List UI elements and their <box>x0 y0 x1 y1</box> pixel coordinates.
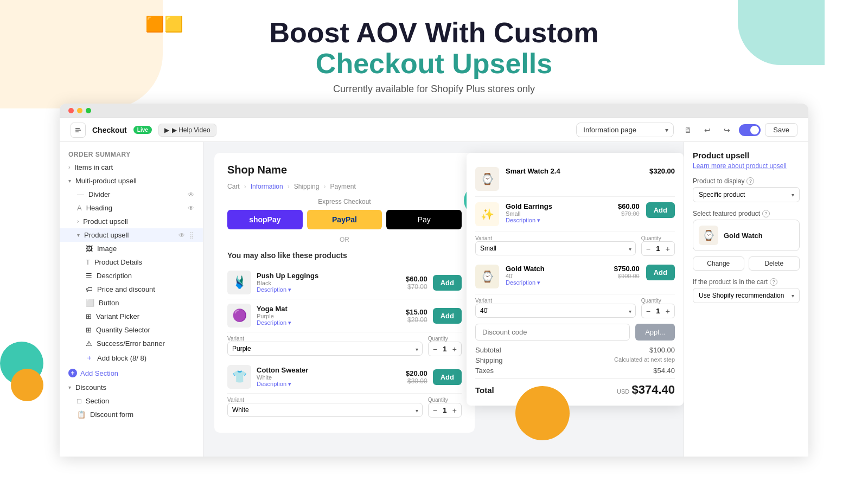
qty-increase-button[interactable]: + <box>666 245 670 253</box>
config-product-to-display-select[interactable]: Specific product Dynamic recommendation <box>693 187 800 202</box>
toolbar-back-button[interactable] <box>71 123 86 138</box>
sidebar-add-section[interactable]: + Add Section <box>60 365 203 381</box>
add-to-cart-button[interactable]: Add <box>433 275 462 291</box>
sidebar-item-heading[interactable]: A Heading 👁 <box>60 201 203 215</box>
config-if-in-cart-select[interactable]: Use Shopify recommendation Hide upsell <box>693 288 800 303</box>
price-icon: 🏷 <box>86 285 93 293</box>
summary-line-subtotal: Subtotal $100.00 <box>475 346 675 354</box>
variant-label: Variant <box>475 298 636 304</box>
sidebar-item-product-details[interactable]: T Product Details <box>60 255 203 269</box>
drag-icon[interactable]: ⣿ <box>189 232 194 239</box>
variant-select[interactable]: Purple Blue Black <box>227 342 423 356</box>
alert-icon: ⚠ <box>86 339 92 348</box>
sidebar-item-variant-picker[interactable]: ⊞ Variant Picker <box>60 310 203 323</box>
sidebar-item-divider[interactable]: — Divider 👁 <box>60 188 203 201</box>
browser-dot-green[interactable] <box>86 108 91 113</box>
chevron-icon: ▾ <box>68 384 71 390</box>
toggle-switch[interactable] <box>739 124 761 136</box>
variant-select[interactable]: White Black Grey <box>227 403 423 417</box>
variant-select[interactable]: 40' 44' <box>475 304 636 318</box>
popup-description-toggle[interactable]: Description ▾ <box>506 279 608 286</box>
popup-product-info: Gold Watch 40' Description ▾ <box>506 265 608 286</box>
product-thumb-yoga: 🟣 <box>227 304 251 328</box>
featured-product-thumb: ⌚ <box>699 226 718 245</box>
variant-label: Variant <box>227 397 423 403</box>
sidebar-item-add-block[interactable]: ＋ Add block (8/ 8) <box>60 350 203 365</box>
discount-row: Appl... <box>475 324 675 341</box>
add-to-cart-button[interactable]: Add <box>433 369 462 385</box>
chevron-icon: › <box>77 219 79 224</box>
variant-select-wrap: Variant Small Medium Large <box>475 235 636 256</box>
qty-decrease-button[interactable]: − <box>433 345 437 353</box>
product-description-toggle[interactable]: Description ▾ <box>257 381 400 388</box>
popup-prices: $320.00 <box>649 167 675 175</box>
sidebar-item-multi-product-upsell[interactable]: ▾ Multi-product upsell <box>60 174 203 188</box>
browser-dot-yellow[interactable] <box>77 108 82 113</box>
popup-price-new: $60.00 <box>618 202 640 210</box>
add-section-icon: + <box>68 369 77 377</box>
qty-increase-button[interactable]: + <box>452 345 457 353</box>
popup-prices: $60.00 $70.00 <box>618 202 640 217</box>
add-section-label: Add Section <box>80 369 118 377</box>
qty-decrease-button[interactable]: − <box>433 407 437 414</box>
page-select[interactable]: Information page Cart page Payment page … <box>576 123 674 137</box>
config-learn-more-link[interactable]: Learn more about product upsell <box>693 162 800 170</box>
sidebar-item-product-upsell-active[interactable]: ▾ Product upsell 👁 ⣿ <box>60 228 203 242</box>
popup-add-button[interactable]: Add <box>646 202 675 218</box>
featured-product-name: Gold Watch <box>724 232 763 240</box>
delete-product-button[interactable]: Delete <box>749 256 800 271</box>
qty-increase-button[interactable]: + <box>666 307 670 315</box>
discount-input[interactable] <box>475 324 630 341</box>
qty-increase-button[interactable]: + <box>452 407 457 414</box>
desktop-view-button[interactable]: 🖥 <box>680 123 695 138</box>
config-title: Product upsell <box>693 151 800 160</box>
total-price: $374.40 <box>631 383 675 396</box>
sidebar-item-discount-form[interactable]: 📋 Discount form <box>60 408 203 421</box>
back-icon <box>75 127 81 133</box>
sidebar-item-label: Description <box>97 272 132 280</box>
variant-icon: ⊞ <box>86 312 92 320</box>
undo-button[interactable]: ↩ <box>700 123 715 138</box>
add-to-cart-button[interactable]: Add <box>433 308 462 324</box>
sidebar-item-discounts[interactable]: ▾ Discounts <box>60 381 203 394</box>
change-product-button[interactable]: Change <box>693 256 744 271</box>
config-if-in-cart-select-wrap: Use Shopify recommendation Hide upsell <box>693 288 800 303</box>
or-divider: OR <box>227 236 462 243</box>
applepay-label: Pay <box>418 215 431 224</box>
popup-price-old: $900.00 <box>614 273 640 279</box>
redo-button[interactable]: ↪ <box>719 123 735 138</box>
applepay-button[interactable]: Pay <box>386 210 462 229</box>
save-button[interactable]: Save <box>765 123 797 137</box>
sidebar-item-description[interactable]: ☰ Description <box>60 269 203 282</box>
sidebar-item-button[interactable]: ⬜ Button <box>60 296 203 310</box>
popup-add-button[interactable]: Add <box>646 265 675 280</box>
paypal-button[interactable]: PayPal <box>307 210 382 229</box>
variant-row-yoga: Variant Purple Blue Black Quantity − 1 + <box>227 336 462 356</box>
product-name: Yoga Mat <box>257 305 400 313</box>
popup-prices: $750.00 $900.00 <box>614 265 640 279</box>
sidebar-item-image[interactable]: 🖼 Image <box>60 242 203 255</box>
product-description-toggle[interactable]: Description ▾ <box>257 286 400 293</box>
quantity-wrap: Quantity − 1 + <box>428 336 462 356</box>
sidebar-item-label: Image <box>97 245 117 253</box>
popup-description-toggle[interactable]: Description ▾ <box>506 217 611 224</box>
sidebar-item-items-in-cart[interactable]: › Items in cart <box>60 160 203 174</box>
popup-product-row-earrings: ✨ Gold Earrings Small Description ▾ $60.… <box>475 197 675 232</box>
toolbar-help-button[interactable]: ▶ ▶ Help Video <box>158 124 216 137</box>
variant-select[interactable]: Small Medium Large <box>475 241 636 255</box>
sidebar-item-section[interactable]: □ Section <box>60 394 203 408</box>
popup-price-old: $70.00 <box>618 210 640 217</box>
shopay-button[interactable]: shopPay <box>227 210 303 229</box>
config-action-buttons: Change Delete <box>693 256 800 271</box>
apply-discount-button[interactable]: Appl... <box>635 324 675 341</box>
browser-dot-red[interactable] <box>68 108 74 113</box>
sidebar-item-product-upsell-1[interactable]: › Product upsell <box>60 215 203 228</box>
product-description-toggle[interactable]: Description ▾ <box>257 319 400 326</box>
qty-decrease-button[interactable]: − <box>646 307 650 315</box>
sidebar-item-success-error[interactable]: ⚠ Success/Error banner <box>60 337 203 350</box>
summary-total: Total USD $374.40 <box>475 378 675 397</box>
qty-decrease-button[interactable]: − <box>646 245 650 253</box>
sidebar-item-quantity-selector[interactable]: ⊞ Quantity Selector <box>60 323 203 337</box>
sidebar-item-price-discount[interactable]: 🏷 Price and discount <box>60 282 203 296</box>
breadcrumb-information[interactable]: Information <box>251 183 283 190</box>
